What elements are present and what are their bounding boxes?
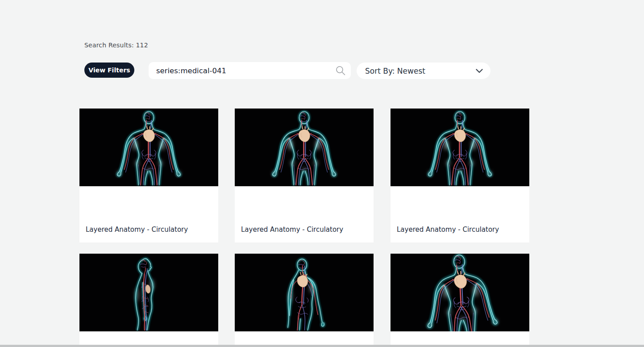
result-card[interactable]: Layered Anatomy - Circulatory xyxy=(391,109,529,242)
anatomy-thumbnail[interactable] xyxy=(391,254,529,331)
horizontal-scrollbar-track xyxy=(0,345,644,347)
card-title: Layered Anatomy - Circulatory xyxy=(86,226,214,234)
sort-dropdown-label: Sort By: Newest xyxy=(365,67,425,75)
result-card[interactable]: Layered Anatomy - Circulatory xyxy=(235,109,374,242)
anatomy-thumbnail[interactable] xyxy=(235,254,374,331)
result-card[interactable] xyxy=(235,254,374,347)
anatomy-thumbnail[interactable] xyxy=(79,254,218,331)
card-title: Layered Anatomy - Circulatory xyxy=(397,226,525,234)
page-background: { "page": { "results_count_label": "Sear… xyxy=(0,0,644,347)
anatomy-thumbnail[interactable] xyxy=(391,109,529,186)
result-card[interactable] xyxy=(391,254,529,347)
anatomy-thumbnail[interactable] xyxy=(235,109,374,186)
view-filters-button[interactable]: View Filters xyxy=(84,63,134,78)
result-card[interactable] xyxy=(79,254,218,347)
horizontal-scrollbar-thumb[interactable] xyxy=(0,345,644,347)
search-icon[interactable] xyxy=(335,65,346,76)
anatomy-thumbnail[interactable] xyxy=(79,109,218,186)
result-card[interactable]: Layered Anatomy - Circulatory xyxy=(79,109,218,242)
sort-dropdown[interactable]: Sort By: Newest xyxy=(357,63,490,79)
chevron-down-icon xyxy=(476,69,483,73)
results-count: Search Results: 112 xyxy=(84,42,148,49)
card-title: Layered Anatomy - Circulatory xyxy=(241,226,369,234)
search-box xyxy=(149,62,351,79)
search-input[interactable] xyxy=(149,62,335,79)
